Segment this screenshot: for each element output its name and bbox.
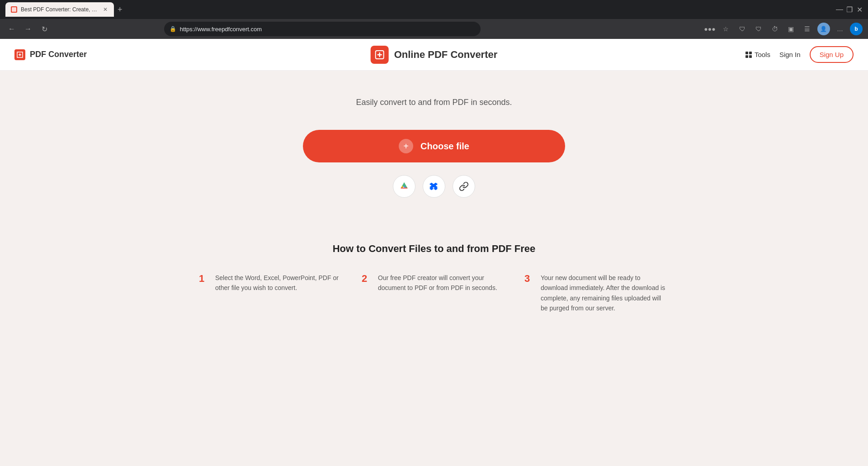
step-3-text: Your new document will be ready to downl… bbox=[541, 273, 669, 314]
website-content: PDF Converter Online PDF Converter Tools… bbox=[0, 39, 868, 466]
favorites-icon[interactable]: ☆ bbox=[720, 23, 732, 35]
hero-subtitle: Easily convert to and from PDF in second… bbox=[356, 98, 512, 107]
shield-icon[interactable]: 🛡 bbox=[736, 23, 749, 35]
new-tab-button[interactable]: + bbox=[116, 3, 124, 16]
step-2-text: Our free PDF creator will convert your d… bbox=[378, 273, 506, 314]
choose-file-label: Choose file bbox=[420, 141, 469, 152]
svg-rect-0 bbox=[12, 7, 16, 12]
header-logo-left: PDF Converter bbox=[14, 49, 87, 60]
header-center-logo: Online PDF Converter bbox=[371, 46, 498, 64]
step-3: 3 Your new document will be ready to dow… bbox=[524, 273, 669, 314]
vpn-icon[interactable]: 🛡 bbox=[752, 23, 765, 35]
active-tab[interactable]: Best PDF Converter: Create, Com ✕ bbox=[5, 2, 114, 17]
main-content: Easily convert to and from PDF in second… bbox=[0, 71, 868, 350]
choose-file-button[interactable]: + Choose file bbox=[303, 130, 565, 162]
center-logo-icon bbox=[371, 46, 389, 64]
sign-up-button[interactable]: Sign Up bbox=[810, 46, 854, 63]
dropbox-button[interactable] bbox=[423, 175, 445, 198]
url-text: https://www.freepdfconvert.com bbox=[180, 26, 262, 33]
window-controls: — ❐ ✕ bbox=[836, 6, 863, 13]
plus-icon: + bbox=[399, 139, 413, 153]
step-3-number: 3 bbox=[524, 273, 533, 314]
step-2: 2 Our free PDF creator will convert your… bbox=[362, 273, 506, 314]
refresh-button[interactable]: ↻ bbox=[38, 23, 51, 35]
address-bar[interactable]: 🔒 https://www.freepdfconvert.com bbox=[164, 22, 481, 36]
tab-favicon bbox=[11, 6, 17, 13]
back-button[interactable]: ← bbox=[5, 23, 18, 35]
center-logo-text: Online PDF Converter bbox=[394, 49, 498, 61]
tools-button[interactable]: Tools bbox=[745, 51, 770, 58]
cloud-upload-icons bbox=[393, 175, 475, 198]
how-to-section: How to Convert Files to and from PDF Fre… bbox=[185, 225, 683, 332]
tools-label: Tools bbox=[755, 51, 770, 58]
logo-icon-left bbox=[14, 49, 25, 60]
steps-row: 1 Select the Word, Excel, PowerPoint, PD… bbox=[194, 273, 674, 314]
grid-icon bbox=[745, 52, 752, 58]
bing-copilot-icon[interactable]: b bbox=[850, 23, 863, 35]
site-header: PDF Converter Online PDF Converter Tools… bbox=[0, 39, 868, 71]
timer-icon[interactable]: ⏱ bbox=[769, 23, 781, 35]
step-2-number: 2 bbox=[362, 273, 371, 314]
google-drive-button[interactable] bbox=[393, 175, 415, 198]
split-view-icon[interactable]: ▣ bbox=[785, 23, 797, 35]
how-to-title: How to Convert Files to and from PDF Fre… bbox=[194, 243, 674, 255]
tab-bar: Best PDF Converter: Create, Com ✕ + bbox=[5, 2, 833, 17]
browser-nav-icons: ●●● ☆ 🛡 🛡 ⏱ ▣ ☰ 👤 … b bbox=[703, 23, 863, 35]
step-1-text: Select the Word, Excel, PowerPoint, PDF … bbox=[215, 273, 344, 314]
header-right-nav: Tools Sign In Sign Up bbox=[745, 46, 854, 63]
extensions-icon[interactable]: ●●● bbox=[703, 23, 716, 35]
logo-text-left: PDF Converter bbox=[30, 50, 87, 59]
browser-chrome: Best PDF Converter: Create, Com ✕ + — ❐ … bbox=[0, 0, 868, 19]
collections-icon[interactable]: ☰ bbox=[801, 23, 814, 35]
browser-nav: ← → ↻ 🔒 https://www.freepdfconvert.com ●… bbox=[0, 19, 868, 39]
plus-symbol: + bbox=[403, 141, 409, 152]
more-options-icon[interactable]: … bbox=[834, 23, 846, 35]
url-link-button[interactable] bbox=[453, 175, 475, 198]
tab-title: Best PDF Converter: Create, Com bbox=[21, 6, 99, 13]
maximize-button[interactable]: ❐ bbox=[846, 6, 853, 13]
forward-button[interactable]: → bbox=[22, 23, 34, 35]
sign-in-button[interactable]: Sign In bbox=[779, 51, 801, 58]
security-lock-icon: 🔒 bbox=[170, 26, 176, 32]
close-button[interactable]: ✕ bbox=[856, 6, 863, 13]
step-1: 1 Select the Word, Excel, PowerPoint, PD… bbox=[199, 273, 344, 314]
step-1-number: 1 bbox=[199, 273, 208, 314]
minimize-button[interactable]: — bbox=[836, 6, 843, 13]
tab-close-button[interactable]: ✕ bbox=[102, 6, 108, 13]
profile-avatar[interactable]: 👤 bbox=[817, 23, 830, 35]
